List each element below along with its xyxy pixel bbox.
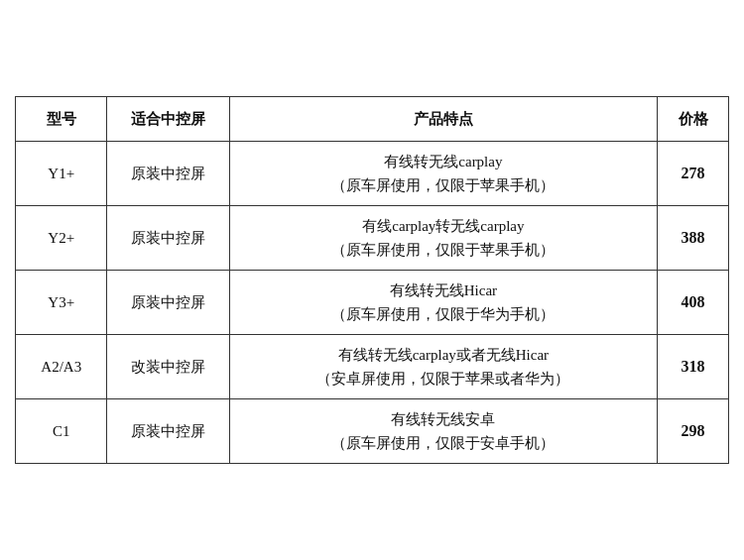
cell-model: Y2+ xyxy=(16,206,107,271)
table-row: Y2+原装中控屏有线carplay转无线carplay （原车屏使用，仅限于苹果… xyxy=(16,206,729,271)
cell-price: 278 xyxy=(658,142,729,206)
cell-screen: 改装中控屏 xyxy=(107,335,229,399)
header-price: 价格 xyxy=(658,97,729,142)
table-row: C1原装中控屏有线转无线安卓 （原车屏使用，仅限于安卓手机）298 xyxy=(16,399,729,464)
cell-model: A2/A3 xyxy=(16,335,107,399)
table-row: Y1+原装中控屏有线转无线carplay （原车屏使用，仅限于苹果手机）278 xyxy=(16,142,729,206)
cell-screen: 原装中控屏 xyxy=(107,142,229,206)
cell-features: 有线转无线carplay （原车屏使用，仅限于苹果手机） xyxy=(229,142,657,206)
header-model: 型号 xyxy=(16,97,107,142)
table-row: A2/A3改装中控屏有线转无线carplay或者无线Hicar （安卓屏使用，仅… xyxy=(16,335,729,399)
cell-model: Y3+ xyxy=(16,271,107,335)
cell-features: 有线转无线Hicar （原车屏使用，仅限于华为手机） xyxy=(229,271,657,335)
table-row: Y3+原装中控屏有线转无线Hicar （原车屏使用，仅限于华为手机）408 xyxy=(16,271,729,335)
header-screen: 适合中控屏 xyxy=(107,97,229,142)
cell-price: 408 xyxy=(658,271,729,335)
cell-screen: 原装中控屏 xyxy=(107,206,229,271)
cell-screen: 原装中控屏 xyxy=(107,399,229,464)
cell-model: C1 xyxy=(16,399,107,464)
header-features: 产品特点 xyxy=(229,97,657,142)
cell-features: 有线转无线安卓 （原车屏使用，仅限于安卓手机） xyxy=(229,399,657,464)
product-table: 型号 适合中控屏 产品特点 价格 Y1+原装中控屏有线转无线carplay （原… xyxy=(15,96,729,464)
cell-features: 有线carplay转无线carplay （原车屏使用，仅限于苹果手机） xyxy=(229,206,657,271)
cell-features: 有线转无线carplay或者无线Hicar （安卓屏使用，仅限于苹果或者华为） xyxy=(229,335,657,399)
cell-model: Y1+ xyxy=(16,142,107,206)
cell-screen: 原装中控屏 xyxy=(107,271,229,335)
product-table-container: 型号 适合中控屏 产品特点 价格 Y1+原装中控屏有线转无线carplay （原… xyxy=(15,96,729,464)
table-header-row: 型号 适合中控屏 产品特点 价格 xyxy=(16,97,729,142)
cell-price: 298 xyxy=(658,399,729,464)
cell-price: 388 xyxy=(658,206,729,271)
cell-price: 318 xyxy=(658,335,729,399)
